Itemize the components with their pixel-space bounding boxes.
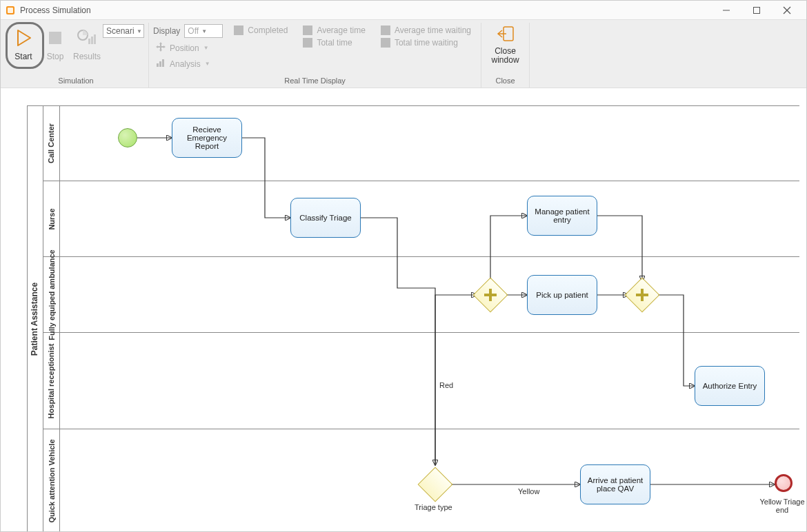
- avg-time-waiting-label: Average time waiting: [395, 25, 471, 35]
- completed-checkbox[interactable]: Completed: [234, 25, 288, 35]
- task-recieve-emergency[interactable]: Recieve Emergency Report: [172, 118, 242, 158]
- avg-time-label: Average time: [317, 25, 365, 35]
- minimize-button[interactable]: [711, 1, 741, 19]
- start-label: Start: [14, 52, 32, 61]
- maximize-button[interactable]: [741, 1, 772, 19]
- play-icon: [12, 27, 34, 49]
- checkbox-icon: [381, 38, 390, 48]
- analysis-label: Analysis: [170, 59, 201, 69]
- chart-icon: [156, 58, 166, 70]
- task-manage-entry[interactable]: Manage patient entry: [527, 196, 597, 236]
- chevron-down-icon: ▼: [201, 28, 207, 34]
- svg-rect-12: [157, 63, 159, 67]
- results-label: Results: [73, 52, 101, 61]
- svg-rect-3: [754, 7, 760, 13]
- results-button[interactable]: Results: [71, 24, 103, 61]
- lane-call-center-label: Call Center: [48, 123, 56, 163]
- stop-label: Stop: [47, 52, 64, 61]
- diagram-canvas[interactable]: Patient Assistance Call Center Nurse Ful…: [1, 88, 806, 531]
- start-button[interactable]: Start: [8, 24, 39, 61]
- svg-rect-7: [49, 32, 61, 44]
- stop-icon: [44, 27, 66, 49]
- chevron-down-icon: ▼: [205, 61, 210, 67]
- chevron-down-icon: ▼: [137, 28, 142, 34]
- lane-qav-label: Quick attention Vehicle: [48, 439, 56, 522]
- task-arrive-qav[interactable]: Arrive at patient place QAV: [580, 464, 650, 504]
- stop-button[interactable]: Stop: [39, 24, 71, 61]
- start-event[interactable]: [118, 128, 137, 147]
- scenario-value: Scenari: [106, 26, 134, 36]
- task-authorize-label: Authorize Entry: [703, 382, 757, 390]
- flow-label-red: Red: [439, 381, 453, 389]
- total-time-checkbox[interactable]: Total time: [303, 38, 365, 48]
- task-recieve-label: Recieve Emergency Report: [175, 125, 239, 150]
- task-classify-triage[interactable]: Classify Triage: [290, 198, 361, 238]
- lane-ambulance: Fully equiped ambulance: [43, 257, 799, 333]
- end-event-yellow[interactable]: [775, 474, 793, 492]
- checkbox-icon: [303, 25, 312, 35]
- svg-rect-10: [91, 37, 93, 44]
- ribbon-spacer: [530, 23, 804, 88]
- svg-rect-9: [88, 39, 90, 44]
- task-manage-entry-label: Manage patient entry: [530, 207, 594, 224]
- lane-ambulance-label: Fully equiped ambulance: [48, 249, 56, 340]
- lane-nurse-label: Nurse: [48, 208, 56, 229]
- results-icon: [76, 27, 98, 49]
- checkbox-icon: [381, 25, 390, 35]
- lane-receptionist: Hospital receptionist: [43, 333, 799, 429]
- close-group-label: Close: [486, 75, 525, 88]
- lane-call-center: Call Center: [43, 105, 799, 181]
- avg-time-checkbox[interactable]: Average time: [303, 25, 365, 35]
- task-classify-label: Classify Triage: [299, 214, 351, 222]
- window-controls: [711, 1, 802, 19]
- completed-label: Completed: [248, 25, 288, 35]
- total-time-label: Total time: [317, 38, 352, 48]
- ribbon-group-simulation: Start Stop Results Scenari: [3, 23, 149, 88]
- total-time-waiting-checkbox[interactable]: Total time waiting: [381, 38, 471, 48]
- display-dropdown[interactable]: Off ▼: [184, 24, 223, 38]
- move-icon: [156, 42, 166, 54]
- svg-rect-1: [8, 8, 13, 13]
- task-authorize-entry[interactable]: Authorize Entry: [695, 366, 765, 406]
- display-label: Display: [153, 26, 180, 36]
- lane-nurse: Nurse: [43, 181, 799, 257]
- chevron-down-icon: ▼: [203, 45, 209, 51]
- scenario-dropdown[interactable]: Scenari ▼: [103, 24, 144, 38]
- flow-label-yellow: Yellow: [518, 487, 539, 495]
- ribbon-group-close: Close window Close: [481, 23, 530, 88]
- pool-title: Patient Assistance: [27, 105, 43, 531]
- avg-time-waiting-checkbox[interactable]: Average time waiting: [381, 25, 471, 35]
- window-title: Process Simulation: [20, 6, 711, 15]
- svg-rect-14: [162, 59, 164, 67]
- position-label: Position: [170, 43, 199, 53]
- task-pickup-patient[interactable]: Pick up patient: [527, 275, 597, 315]
- ribbon: Start Stop Results Scenari: [1, 20, 806, 88]
- display-value: Off: [188, 26, 199, 36]
- task-pickup-label: Pick up patient: [536, 291, 588, 299]
- simulation-group-label: Simulation: [8, 75, 144, 88]
- analysis-button[interactable]: Analysis ▼: [153, 58, 213, 70]
- ribbon-group-rtd: Display Off ▼ Position ▼: [149, 23, 481, 88]
- close-window-button[interactable]: Close window: [486, 23, 525, 65]
- titlebar: Process Simulation: [1, 1, 806, 20]
- gateway-triage-label: Triage type: [415, 503, 452, 511]
- close-door-icon: [497, 25, 515, 44]
- pool-title-text: Patient Assistance: [30, 283, 40, 356]
- process-simulation-window: Process Simulation Start: [0, 0, 807, 532]
- task-arrive-qav-label: Arrive at patient place QAV: [584, 476, 647, 493]
- end-event-yellow-label: Yellow Triage end: [758, 498, 806, 514]
- rtd-group-label: Real Time Display: [153, 75, 477, 88]
- close-window-label: Close window: [486, 47, 525, 65]
- svg-rect-13: [159, 61, 161, 67]
- svg-marker-6: [18, 30, 30, 45]
- checkbox-icon: [234, 25, 243, 35]
- svg-rect-11: [94, 34, 96, 44]
- lane-receptionist-label: Hospital receptionist: [48, 343, 56, 418]
- close-window-x-button[interactable]: [772, 1, 802, 19]
- position-button[interactable]: Position ▼: [153, 42, 212, 54]
- checkbox-icon: [303, 38, 312, 48]
- app-icon: [5, 5, 16, 16]
- total-time-waiting-label: Total time waiting: [395, 38, 458, 48]
